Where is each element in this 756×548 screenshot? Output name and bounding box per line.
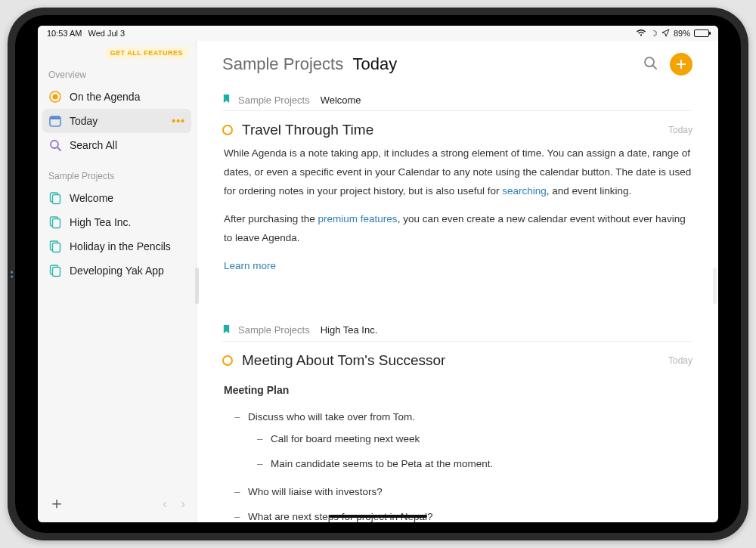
bullet-list: Discuss who will take over from Tom. Cal… <box>224 405 692 522</box>
upgrade-badge[interactable]: GET ALL FEATURES <box>105 47 188 59</box>
note-body[interactable]: While Agenda is a note taking app, it in… <box>222 144 692 276</box>
home-indicator[interactable] <box>329 515 427 518</box>
link-premium-features[interactable]: premium features <box>318 213 398 224</box>
svg-rect-9 <box>53 219 60 228</box>
note-paragraph: After purchasing the premium features, y… <box>224 210 692 248</box>
location-icon <box>662 29 670 39</box>
moon-icon: ☽ <box>650 29 658 39</box>
project-icon <box>48 191 62 205</box>
agenda-ring-icon <box>222 355 233 366</box>
wifi-icon <box>636 29 646 39</box>
search-icon <box>48 138 62 152</box>
status-time: 10:53 AM <box>47 29 82 38</box>
device-speaker-dots <box>11 271 13 277</box>
note-header[interactable]: Travel Through Time Today <box>222 111 692 144</box>
page-title: Sample Projects Today <box>222 54 397 74</box>
sidebar-item-label: Welcome <box>70 192 113 204</box>
nav-back-icon[interactable]: ‹ <box>163 496 167 512</box>
sidebar-item-on-the-agenda[interactable]: On the Agenda <box>42 85 191 109</box>
project-icon <box>48 215 62 229</box>
note-header[interactable]: Meeting About Tom's Successor Today <box>222 342 692 375</box>
screen: 10:53 AM Wed Jul 3 ☽ 89% <box>38 26 718 522</box>
section-crumb[interactable]: Sample Projects High Tea Inc. <box>222 320 692 342</box>
agenda-dot-icon <box>48 90 62 104</box>
sidebar-item-label: Search All <box>70 139 117 151</box>
sidebar-item-label: Today <box>70 115 98 127</box>
note-paragraph: While Agenda is a note taking app, it in… <box>224 144 692 201</box>
sidebar-section-overview: Overview <box>45 59 188 85</box>
device-bezel: 10:53 AM Wed Jul 3 ☽ 89% <box>15 15 741 533</box>
sidebar-project-hightea[interactable]: High Tea Inc. <box>42 210 191 234</box>
add-button[interactable]: ＋ <box>48 492 65 515</box>
sidebar: GET ALL FEATURES Overview On the Agenda <box>38 41 197 522</box>
link-learn-more[interactable]: Learn more <box>224 260 276 271</box>
content-header: Sample Projects Today <box>222 53 692 76</box>
crumb-sub: High Tea Inc. <box>321 324 378 336</box>
project-icon <box>48 240 62 253</box>
svg-line-5 <box>57 147 60 150</box>
svg-rect-3 <box>50 116 60 119</box>
crumb-project: Sample Projects <box>238 324 310 336</box>
bookmark-icon <box>222 324 231 336</box>
breadcrumb-current: Today <box>352 54 397 73</box>
sidebar-item-label: Developing Yak App <box>70 265 164 277</box>
app-split: GET ALL FEATURES Overview On the Agenda <box>38 41 718 522</box>
add-note-button[interactable] <box>670 53 692 76</box>
sidebar-item-search-all[interactable]: Search All <box>42 133 191 157</box>
svg-rect-13 <box>53 268 60 277</box>
svg-point-14 <box>645 57 654 67</box>
project-icon <box>48 264 62 277</box>
status-date: Wed Jul 3 <box>88 29 125 38</box>
link-searching[interactable]: searching <box>502 185 547 197</box>
list-item: Call for board meeting next week <box>257 427 692 452</box>
list-item: Discuss who will take over from Tom. Cal… <box>234 405 692 480</box>
note-body[interactable]: Meeting Plan Discuss who will take over … <box>222 375 692 522</box>
crumb-project: Sample Projects <box>238 94 310 106</box>
sidebar-item-today[interactable]: Today ••• <box>42 109 191 133</box>
note-date: Today <box>668 125 692 135</box>
sidebar-item-label: Holiday in the Pencils <box>70 240 171 252</box>
note-date: Today <box>668 355 692 366</box>
note-title: Meeting About Tom's Successor <box>242 352 445 369</box>
list-item: Main candidate seems to be Peta at the m… <box>257 452 692 477</box>
breadcrumb-project: Sample Projects <box>222 54 343 73</box>
sidebar-item-label: High Tea Inc. <box>70 216 131 228</box>
list-item: Who will liaise with investors? <box>234 480 692 505</box>
sidebar-section-projects: Sample Projects <box>45 160 188 186</box>
content-scroll-indicator[interactable] <box>713 268 717 304</box>
battery-percent: 89% <box>674 29 690 38</box>
battery-icon <box>694 29 709 37</box>
list-item: What are next steps for project in Nepal… <box>234 505 692 522</box>
section-crumb[interactable]: Sample Projects Welcome <box>222 89 692 111</box>
more-icon[interactable]: ••• <box>172 115 185 127</box>
ipad-frame: 10:53 AM Wed Jul 3 ☽ 89% <box>8 8 748 540</box>
svg-line-15 <box>653 66 656 69</box>
sidebar-item-label: On the Agenda <box>70 91 140 103</box>
bookmark-icon <box>222 94 231 106</box>
crumb-sub: Welcome <box>321 94 361 106</box>
calendar-icon <box>48 114 62 128</box>
plan-heading: Meeting Plan <box>224 375 692 405</box>
sidebar-project-holiday[interactable]: Holiday in the Pencils <box>42 234 191 259</box>
content-area: Sample Projects Today <box>197 41 718 522</box>
svg-point-1 <box>52 94 57 99</box>
sidebar-project-welcome[interactable]: Welcome <box>42 186 191 210</box>
status-bar: 10:53 AM Wed Jul 3 ☽ 89% <box>38 26 718 41</box>
search-icon[interactable] <box>643 55 658 73</box>
svg-rect-7 <box>53 195 60 204</box>
sidebar-project-yak[interactable]: Developing Yak App <box>42 259 191 283</box>
nav-forward-icon[interactable]: › <box>181 496 185 512</box>
agenda-ring-icon <box>222 125 233 135</box>
svg-rect-11 <box>53 243 60 252</box>
note-title: Travel Through Time <box>242 122 373 138</box>
